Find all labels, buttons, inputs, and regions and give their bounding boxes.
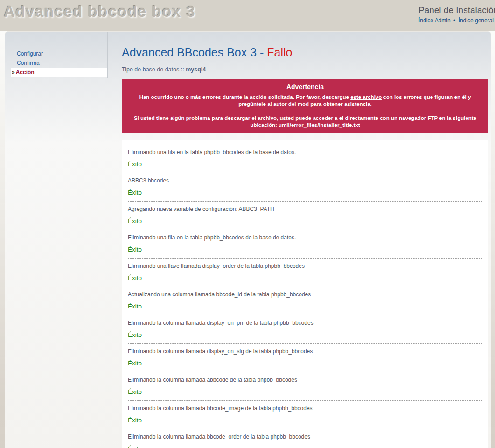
warning-title: Advertencia (127, 83, 483, 91)
result-status-success: Éxito (128, 217, 482, 225)
result-list: Eliminando una fila en la tabla phpbb_bb… (122, 140, 488, 448)
result-item: Eliminando la columna llamada bbcode_ord… (128, 429, 482, 448)
content-column: Advanced BBcodes Box 3 - Fallo Tipo de b… (122, 32, 488, 448)
result-item: Eliminando una fila en la tabla phpbb_bb… (128, 230, 482, 259)
result-status-success: Éxito (128, 302, 482, 310)
panel-title: Panel de Instalación (418, 5, 495, 15)
warning-paragraph-1: Han ocurrido uno o más errores durante l… (127, 94, 483, 108)
db-type-line: Tipo de base de datos :: mysql4 (122, 66, 488, 73)
result-status-success: Éxito (128, 160, 482, 168)
result-description: Actualizando una columna llamada bbcode_… (128, 287, 482, 298)
result-description: Eliminando una llave llamada display_ord… (128, 259, 482, 270)
result-item: ABBC3 bbcodes Éxito (128, 173, 482, 202)
result-item: Eliminando una llave llamada display_ord… (128, 259, 482, 287)
result-item: Eliminando la columna llamada bbcode_ima… (128, 401, 482, 429)
warning-errorbox: Advertencia Han ocurrido uno o más error… (122, 79, 488, 133)
result-status-success: Éxito (128, 245, 482, 253)
main-content-box: Configurar Confirma »Acción Advanced BBc… (5, 31, 491, 448)
result-status-success: Éxito (128, 388, 482, 396)
sidebar-item-confirma[interactable]: Confirma (11, 58, 107, 68)
db-type-label: Tipo de base de datos :: (122, 66, 184, 73)
page-title-text: Advanced BBcodes Box 3 - (122, 46, 264, 59)
result-description: Eliminando la columna llamada bbcode_ord… (128, 429, 482, 441)
sidebar-item-configurar[interactable]: Configurar (11, 49, 107, 58)
page-title: Advanced BBcodes Box 3 - Fallo (122, 46, 488, 59)
result-status-success: Éxito (128, 189, 482, 196)
result-description: Eliminando la columna llamada display_on… (128, 315, 482, 327)
result-item: Eliminando una fila en la tabla phpbb_bb… (128, 145, 482, 173)
result-item: Agregando nueva variable de configuració… (128, 202, 482, 230)
result-description: ABBC3 bbcodes (128, 173, 482, 184)
result-status-success: Éxito (128, 359, 482, 367)
result-item: Eliminando la columna llamada abbcode de… (128, 372, 482, 401)
general-index-link[interactable]: Índice general (459, 17, 494, 24)
bullet-separator: • (453, 17, 455, 24)
result-description: Eliminando la columna llamada display_on… (128, 344, 482, 355)
result-item: Eliminando la columna llamada display_on… (128, 344, 482, 372)
header-nav: Índice Admin • Índice general (418, 17, 495, 24)
result-status-success: Éxito (128, 331, 482, 339)
result-item: Actualizando una columna llamada bbcode_… (128, 287, 482, 315)
db-type-value: mysql4 (186, 66, 206, 73)
result-description: Eliminando una fila en la tabla phpbb_bb… (128, 230, 482, 241)
admin-index-link[interactable]: Índice Admin (418, 17, 451, 24)
app-logo: Advanced bbcode box 3 (4, 3, 195, 21)
result-status-success: Éxito (128, 445, 482, 448)
result-description: Eliminando una fila en la tabla phpbb_bb… (128, 145, 482, 156)
header-right-block: Panel de Instalación Índice Admin • Índi… (418, 5, 495, 24)
result-description: Eliminando la columna llamada abbcode de… (128, 372, 482, 384)
sidebar-item-accion-label: Acción (16, 69, 35, 76)
error-file-link[interactable]: este archivo (350, 94, 382, 100)
sidebar-menu: Configurar Confirma »Acción (11, 32, 108, 78)
result-description: Agregando nueva variable de configuració… (128, 202, 482, 213)
page-title-status-fail: Fallo (267, 46, 292, 59)
result-status-success: Éxito (128, 416, 482, 424)
result-description: Eliminando la columna llamada bbcode_ima… (128, 401, 482, 412)
warning-paragraph-2: Si usted tiene algún problema para desca… (127, 115, 483, 129)
warning-p1-text-before: Han ocurrido uno o más errores durante l… (139, 94, 350, 100)
header-bar: Advanced bbcode box 3 Panel de Instalaci… (0, 0, 495, 31)
result-item: Eliminando la columna llamada display_on… (128, 315, 482, 344)
sidebar-item-accion-active[interactable]: »Acción (11, 68, 107, 77)
active-item-arrow-icon: » (12, 69, 15, 76)
result-status-success: Éxito (128, 274, 482, 282)
